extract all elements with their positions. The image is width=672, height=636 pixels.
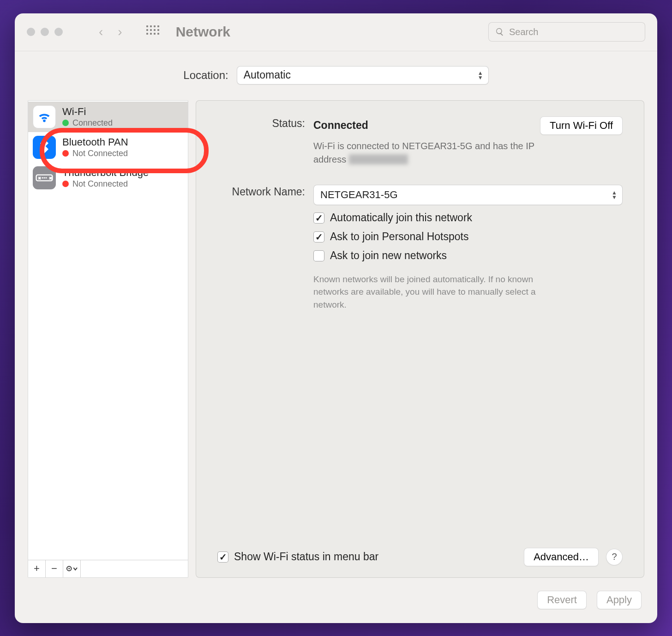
checkbox-icon [313, 231, 324, 242]
revert-button[interactable]: Revert [537, 591, 587, 609]
svg-point-4 [68, 568, 70, 569]
sidebar-item-status: Not Connected [62, 148, 128, 159]
network-name-label: Network Name: [217, 185, 305, 198]
location-select[interactable]: Automatic ▲▼ [237, 66, 489, 85]
add-interface-button[interactable]: + [28, 560, 46, 577]
search-input[interactable]: Search [488, 22, 645, 42]
toggle-wifi-button[interactable]: Turn Wi-Fi Off [540, 116, 623, 135]
preferences-window: ‹ › Network Search Location: Automatic ▲… [15, 13, 657, 623]
page-title: Network [176, 24, 230, 40]
all-prefs-grid-icon[interactable] [146, 25, 159, 38]
search-placeholder: Search [509, 27, 538, 37]
main: Wi-Fi Connected Bluetooth PAN [15, 87, 657, 578]
interfaces-sidebar: Wi-Fi Connected Bluetooth PAN [28, 100, 188, 578]
bottom-actions: Revert Apply [15, 578, 657, 623]
sidebar-item-wifi[interactable]: Wi-Fi Connected [28, 102, 188, 132]
sidebar-item-status: Connected [62, 118, 113, 128]
thunderbolt-bridge-icon [33, 166, 56, 189]
status-row: Status: Connected Turn Wi-Fi Off Wi-Fi i… [217, 116, 623, 166]
apply-button[interactable]: Apply [597, 591, 642, 609]
nav-arrows: ‹ › [99, 25, 122, 38]
ask-new-label: Ask to join new networks [330, 249, 447, 262]
status-description: Wi-Fi is connected to NETGEAR31-5G and h… [313, 139, 553, 166]
sidebar-item-status: Not Connected [62, 179, 149, 189]
svg-point-0 [42, 177, 43, 178]
stepper-icon: ▲▼ [609, 189, 619, 201]
checkbox-icon [313, 250, 324, 261]
sidebar-item-name: Wi-Fi [62, 105, 113, 118]
forward-button[interactable]: › [118, 25, 122, 38]
status-dot-icon [62, 150, 69, 157]
auto-join-checkbox-row[interactable]: Automatically join this network [313, 212, 623, 224]
status-dot-icon [62, 181, 69, 187]
remove-interface-button[interactable]: − [46, 560, 63, 577]
sidebar-footer-spacer [81, 560, 188, 577]
show-menu-bar-label: Show Wi-Fi status in menu bar [234, 551, 378, 563]
help-button[interactable]: ? [606, 549, 623, 565]
interface-actions-menu[interactable] [63, 560, 81, 577]
toolbar: ‹ › Network Search [15, 13, 657, 51]
window-traffic-lights [27, 28, 63, 36]
location-value: Automatic [244, 69, 291, 81]
auto-join-label: Automatically join this network [330, 212, 472, 224]
checkbox-icon [217, 551, 228, 563]
advanced-button[interactable]: Advanced… [524, 548, 599, 566]
checkbox-icon [313, 212, 324, 224]
ask-new-hint: Known networks will be joined automatica… [313, 273, 544, 311]
redacted-ip: ███ ███ ██ [349, 154, 408, 164]
bluetooth-icon [33, 136, 56, 159]
detail-pane: Status: Connected Turn Wi-Fi Off Wi-Fi i… [196, 100, 644, 578]
show-menu-bar-checkbox-row[interactable]: Show Wi-Fi status in menu bar [217, 551, 378, 563]
wifi-icon [33, 105, 56, 128]
ask-hotspot-checkbox-row[interactable]: Ask to join Personal Hotspots [313, 230, 623, 243]
sidebar-item-bluetooth-pan[interactable]: Bluetooth PAN Not Connected [28, 132, 188, 163]
stepper-icon: ▲▼ [475, 69, 486, 81]
interfaces-list: Wi-Fi Connected Bluetooth PAN [28, 101, 188, 560]
status-label: Status: [217, 116, 305, 130]
zoom-window-button[interactable] [54, 28, 63, 36]
pane-footer: Show Wi-Fi status in menu bar Advanced… … [217, 539, 623, 566]
network-name-select[interactable]: NETGEAR31-5G ▲▼ [313, 185, 623, 205]
search-icon [495, 27, 504, 36]
sidebar-footer: + − [28, 560, 188, 577]
sidebar-item-thunderbolt-bridge[interactable]: Thunderbolt Bridge Not Connected [28, 163, 188, 193]
status-dot-icon [62, 120, 69, 126]
location-row: Location: Automatic ▲▼ [15, 51, 657, 87]
location-label: Location: [183, 69, 228, 82]
back-button[interactable]: ‹ [99, 25, 103, 38]
ask-new-checkbox-row[interactable]: Ask to join new networks [313, 249, 623, 262]
sidebar-item-name: Thunderbolt Bridge [62, 166, 149, 179]
svg-point-2 [45, 177, 47, 178]
network-name-row: Network Name: NETGEAR31-5G ▲▼ Automatica… [217, 185, 623, 311]
status-value: Connected [313, 119, 368, 132]
minimize-window-button[interactable] [41, 28, 49, 36]
close-window-button[interactable] [27, 28, 35, 36]
ask-hotspot-label: Ask to join Personal Hotspots [330, 230, 468, 243]
sidebar-item-name: Bluetooth PAN [62, 136, 128, 149]
svg-point-1 [43, 177, 45, 178]
network-name-value: NETGEAR31-5G [320, 189, 398, 201]
